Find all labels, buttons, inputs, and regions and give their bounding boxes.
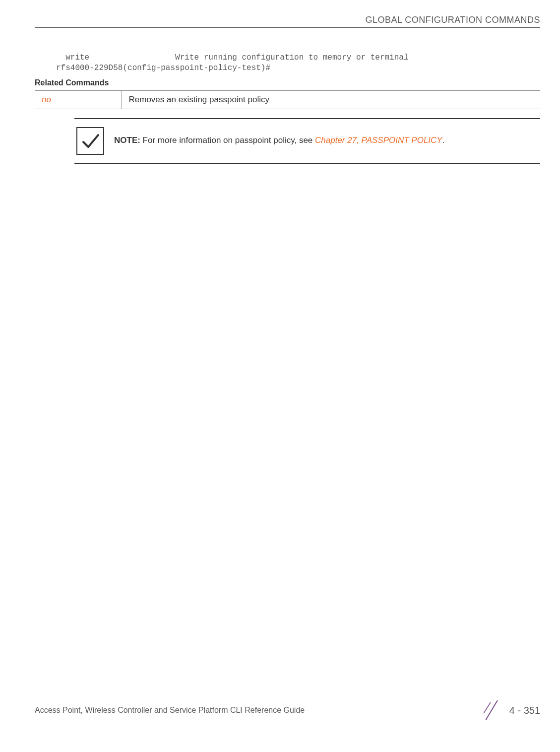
svg-line-0 — [486, 700, 498, 720]
page-header: GLOBAL CONFIGURATION COMMANDS — [35, 15, 540, 28]
note-body: NOTE: For more information on passpoint … — [74, 119, 540, 163]
header-title: GLOBAL CONFIGURATION COMMANDS — [365, 15, 540, 25]
svg-line-1 — [484, 702, 491, 713]
table-row: no Removes an existing passpoint policy — [35, 90, 540, 109]
slash-icon — [482, 698, 501, 722]
code-line-2: rfs4000-229D58(config-passpoint-policy-t… — [56, 64, 270, 72]
page-footer: Access Point, Wireless Controller and Se… — [35, 688, 540, 722]
checkmark-icon — [76, 127, 104, 155]
note-text-after: . — [442, 136, 445, 145]
page-number: 4 - 351 — [509, 705, 540, 716]
code-block: write Write running configuration to mem… — [56, 53, 540, 73]
page-container: GLOBAL CONFIGURATION COMMANDS write Writ… — [0, 0, 560, 752]
note-label: NOTE: — [114, 136, 140, 145]
code-line-1: write Write running configuration to mem… — [56, 53, 409, 62]
note-link[interactable]: Chapter 27, PASSPOINT POLICY — [315, 136, 442, 145]
command-name: no — [42, 95, 51, 104]
command-link-no[interactable]: no — [35, 90, 122, 109]
footer-right: 4 - 351 — [482, 698, 540, 722]
footer-guide-name: Access Point, Wireless Controller and Se… — [35, 706, 305, 715]
related-commands-title: Related Commands — [35, 78, 540, 87]
note-text: NOTE: For more information on passpoint … — [114, 135, 444, 146]
note-container: NOTE: For more information on passpoint … — [74, 118, 540, 164]
command-description: Removes an existing passpoint policy — [122, 90, 540, 109]
note-rule-bottom — [74, 163, 540, 164]
related-commands-table: no Removes an existing passpoint policy — [35, 90, 540, 109]
note-text-before: For more information on passpoint policy… — [140, 136, 315, 145]
